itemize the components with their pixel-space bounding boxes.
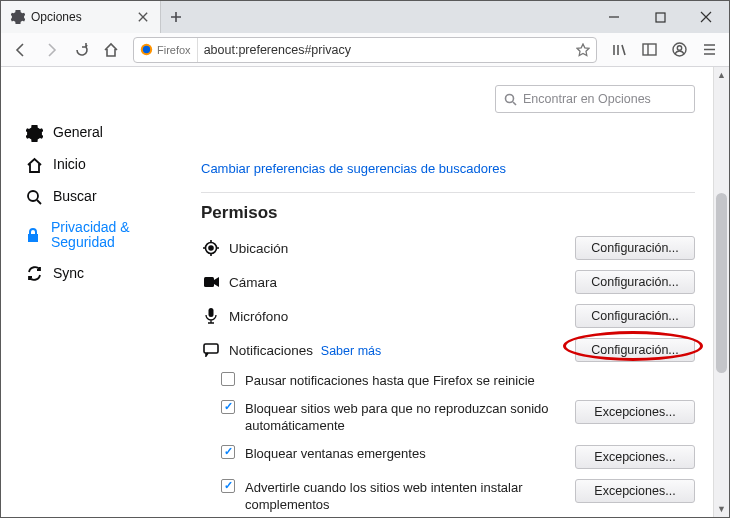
check-row-pause-notifications: Pausar notificaciones hasta que Firefox … [201,367,695,395]
browser-tab[interactable]: Opciones [1,1,161,33]
check-row-block-popups: Bloquear ventanas emergentes Excepciones… [201,440,695,474]
perm-label: Notificaciones Saber más [229,343,567,358]
exceptions-button-addons[interactable]: Excepciones... [575,479,695,503]
preferences-sidebar: General Inicio Buscar Privacidad & Segur… [1,67,171,517]
sidebar-item-label: Buscar [53,189,97,204]
camera-icon [201,276,221,288]
checkbox-block-autoplay[interactable] [221,400,235,414]
reload-button[interactable] [67,36,95,64]
sidebar-item-label: Sync [53,266,84,281]
config-button-microphone[interactable]: Configuración... [575,304,695,328]
sync-icon [25,265,43,283]
divider [201,192,695,193]
search-icon [25,188,43,206]
url-bar[interactable]: Firefox [133,37,597,63]
close-window-button[interactable] [683,1,729,33]
search-suggestions-link[interactable]: Cambiar preferencias de sugerencias de b… [201,161,506,176]
svg-point-4 [673,43,686,56]
perm-label: Micrófono [229,309,567,324]
back-button[interactable] [7,36,35,64]
new-tab-button[interactable] [161,1,191,33]
nav-toolbar: Firefox [1,33,729,67]
microphone-icon [201,308,221,324]
perm-row-camera: Cámara Configuración... [201,265,695,299]
sidebar-toggle-button[interactable] [635,36,663,64]
check-label: Bloquear ventanas emergentes [245,445,565,463]
search-placeholder: Encontrar en Opciones [523,92,651,106]
svg-rect-3 [643,44,656,55]
perm-row-microphone: Micrófono Configuración... [201,299,695,333]
perm-row-location: Ubicación Configuración... [201,231,695,265]
learn-more-link[interactable]: Saber más [321,344,381,358]
home-icon [25,156,43,174]
check-label: Bloquear sitios web para que no reproduz… [245,400,565,435]
checkbox-block-popups[interactable] [221,445,235,459]
menu-button[interactable] [695,36,723,64]
library-button[interactable] [605,36,633,64]
content-area: Encontrar en Opciones Cambiar preferenci… [171,67,729,517]
window-controls [591,1,729,33]
home-button[interactable] [97,36,125,64]
svg-point-2 [143,46,150,53]
checkbox-pause-notifications[interactable] [221,372,235,386]
svg-point-9 [209,246,213,250]
check-label: Advertirle cuando los sitios web intente… [245,479,565,514]
lock-icon [25,226,41,244]
svg-rect-10 [204,277,214,287]
scrollbar[interactable]: ▲ ▼ [713,67,729,517]
config-button-camera[interactable]: Configuración... [575,270,695,294]
scroll-thumb[interactable] [716,193,727,373]
bookmark-star-icon[interactable] [570,43,596,57]
gear-icon [11,10,25,24]
checkbox-addon-install-warn[interactable] [221,479,235,493]
identity-badge[interactable]: Firefox [134,38,198,62]
section-title-permisos: Permisos [201,203,695,223]
close-tab-icon[interactable] [136,10,150,24]
perm-row-notifications: Notificaciones Saber más Configuración..… [201,333,695,367]
perm-label: Ubicación [229,241,567,256]
config-button-notifications[interactable]: Configuración... [575,338,695,362]
forward-button [37,36,65,64]
sidebar-item-home[interactable]: Inicio [21,149,171,181]
config-button-location[interactable]: Configuración... [575,236,695,260]
exceptions-button-autoplay[interactable]: Excepciones... [575,400,695,424]
identity-label: Firefox [157,44,191,56]
sidebar-item-label: Privacidad & Seguridad [51,220,167,251]
check-row-addon-install: Advertirle cuando los sitios web intente… [201,474,695,517]
titlebar: Opciones [1,1,729,33]
sidebar-item-sync[interactable]: Sync [21,258,171,290]
find-in-options[interactable]: Encontrar en Opciones [495,85,695,113]
tab-title: Opciones [31,10,130,24]
url-input[interactable] [198,43,570,57]
minimize-button[interactable] [591,1,637,33]
maximize-button[interactable] [637,1,683,33]
check-row-block-autoplay: Bloquear sitios web para que no reproduz… [201,395,695,440]
notifications-icon [201,343,221,357]
account-button[interactable] [665,36,693,64]
exceptions-button-popups[interactable]: Excepciones... [575,445,695,469]
svg-point-5 [677,46,681,50]
firefox-icon [140,43,153,56]
search-icon [504,93,517,106]
svg-rect-11 [209,308,214,317]
perm-label: Cámara [229,275,567,290]
sidebar-item-search[interactable]: Buscar [21,181,171,213]
sidebar-item-privacy[interactable]: Privacidad & Seguridad [21,213,171,258]
sidebar-item-general[interactable]: General [21,117,171,149]
svg-rect-0 [656,13,665,22]
location-icon [201,240,221,256]
svg-point-6 [28,191,38,201]
check-label: Pausar notificaciones hasta que Firefox … [245,372,565,390]
svg-rect-12 [204,344,218,353]
gear-icon [25,124,43,142]
svg-point-7 [506,94,514,102]
scroll-up-icon[interactable]: ▲ [714,67,729,83]
scroll-track[interactable] [714,83,729,501]
sidebar-item-label: General [53,125,103,140]
scroll-down-icon[interactable]: ▼ [714,501,729,517]
sidebar-item-label: Inicio [53,157,86,172]
